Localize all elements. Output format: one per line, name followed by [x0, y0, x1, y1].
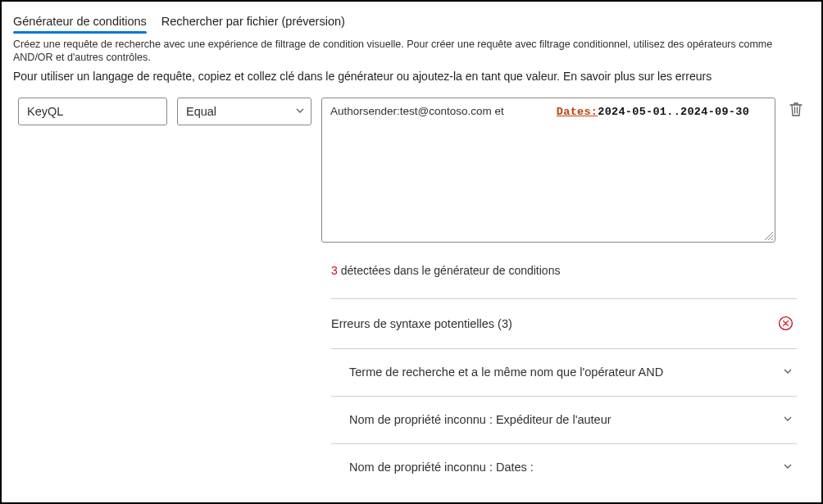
resize-handle-icon[interactable]: [762, 229, 774, 241]
validation-summary: 3 détectées dans le générateur de condit…: [331, 264, 797, 277]
error-group-title: Erreurs de syntaxe potentielles (3): [331, 317, 512, 330]
error-item[interactable]: Terme de recherche et a le même nom que …: [331, 349, 797, 396]
error-count: 3: [331, 264, 338, 277]
chevron-down-icon: [782, 461, 793, 474]
query-highlight-dates-value: 2024-05-01..2024-09-30: [598, 104, 749, 120]
error-item-text: Nom de propriété inconnu : Expéditeur de…: [349, 413, 612, 426]
query-textarea[interactable]: Authorsender:test@contoso.com et Dates: …: [321, 98, 775, 243]
query-text-part1: Authorsender:test@contoso.com et: [330, 103, 504, 120]
error-item-text: Nom de propriété inconnu : Dates :: [349, 461, 534, 474]
description-line-1: Créez une requête de recherche avec une …: [13, 38, 810, 65]
delete-condition-button[interactable]: [789, 101, 803, 120]
chevron-down-icon: [782, 366, 793, 379]
condition-builder-panel: Générateur de conditions Rechercher par …: [0, 0, 823, 504]
condition-row: Equal Authorsender:test@contoso.com et D…: [13, 98, 810, 243]
chevron-down-icon: [782, 413, 793, 427]
tab-bar: Générateur de conditions Rechercher par …: [13, 10, 810, 33]
operator-select-value: Equal: [177, 98, 311, 125]
query-text-line: Authorsender:test@contoso.com et Dates: …: [330, 103, 766, 120]
error-item[interactable]: Nom de propriété inconnu : Dates :: [331, 444, 797, 479]
error-circle-x-icon: [777, 316, 793, 332]
operator-select[interactable]: Equal: [177, 98, 311, 125]
description-line-2: Pour utiliser un langage de requête, cop…: [13, 70, 810, 83]
trash-icon: [789, 101, 803, 117]
query-highlight-dates-label: Dates:: [557, 104, 598, 120]
error-item-text: Terme de recherche et a le même nom que …: [349, 366, 663, 379]
tab-condition-builder[interactable]: Générateur de conditions: [13, 15, 147, 33]
tab-search-by-file[interactable]: Rechercher par fichier (préversion): [161, 15, 345, 33]
validation-results: 3 détectées dans le générateur de condit…: [331, 243, 797, 479]
property-input[interactable]: [18, 98, 167, 125]
svg-line-2: [771, 238, 773, 240]
validation-summary-text: détectées dans le générateur de conditio…: [338, 264, 561, 277]
error-group-header[interactable]: Erreurs de syntaxe potentielles (3): [331, 299, 797, 348]
error-item[interactable]: Nom de propriété inconnu : Expéditeur de…: [331, 397, 797, 443]
